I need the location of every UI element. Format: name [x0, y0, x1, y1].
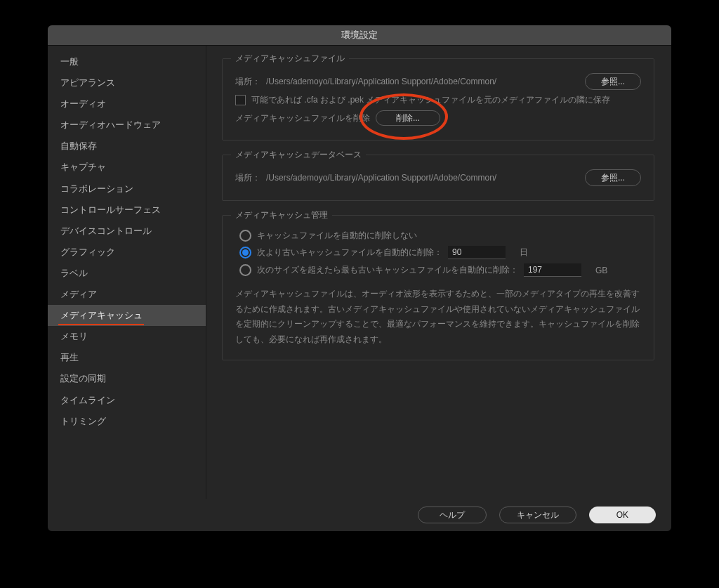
- sidebar-item-11[interactable]: メディア: [48, 284, 206, 305]
- footer: ヘルプ キャンセル OK: [48, 499, 671, 531]
- window-titlebar: 環境設定: [48, 25, 671, 46]
- sidebar-item-6[interactable]: コラボレーション: [48, 178, 206, 200]
- delete-cache-button[interactable]: 削除...: [376, 110, 440, 126]
- radio-delete-by-size-label: 次のサイズを超えたら最も古いキャッシュファイルを自動的に削除：: [257, 264, 518, 276]
- cache-files-location-value: /Users/ademoyo/Library/Application Suppo…: [266, 77, 579, 86]
- size-gb-input[interactable]: [524, 263, 581, 277]
- group-cache-db: メディアキャッシュデータベース 場所： /Users/ademoyo/Libra…: [222, 155, 654, 201]
- window-title: 環境設定: [341, 29, 378, 41]
- group-cache-mgmt: メディアキャッシュ管理 キャッシュファイルを自動的に削除しない 次より古いキャッ…: [222, 215, 654, 360]
- browse-cache-db-button[interactable]: 参照...: [585, 169, 641, 186]
- save-next-to-media-label: 可能であれば .cfa および .pek メディアキャッシュファイルを元のメディ…: [251, 94, 610, 106]
- browse-cache-files-button[interactable]: 参照...: [585, 73, 641, 90]
- sidebar-item-13[interactable]: メモリ: [48, 326, 206, 347]
- sidebar-item-9[interactable]: グラフィック: [48, 242, 206, 263]
- sidebar-item-10[interactable]: ラベル: [48, 263, 206, 284]
- sidebar-item-2[interactable]: オーディオ: [48, 93, 206, 115]
- content-area: 一般アピアランスオーディオオーディオハードウェア自動保存キャプチャコラボレーショ…: [48, 46, 671, 499]
- sidebar-item-4[interactable]: 自動保存: [48, 136, 206, 157]
- radio-delete-none-label: キャッシュファイルを自動的に削除しない: [257, 230, 417, 242]
- group-title-cache-db: メディアキャッシュデータベース: [231, 149, 366, 161]
- radio-delete-none[interactable]: [239, 230, 251, 242]
- cache-db-location-value: /Users/ademoyo/Library/Application Suppo…: [266, 173, 579, 183]
- sidebar-item-1[interactable]: アピアランス: [48, 72, 206, 93]
- sidebar-item-7[interactable]: コントロールサーフェス: [48, 200, 206, 221]
- group-title-cache-mgmt: メディアキャッシュ管理: [231, 209, 332, 221]
- sidebar-item-15[interactable]: 設定の同期: [48, 368, 206, 389]
- sidebar-item-14[interactable]: 再生: [48, 347, 206, 368]
- age-days-input[interactable]: [448, 246, 506, 259]
- main-panel: メディアキャッシュファイル 場所： /Users/ademoyo/Library…: [206, 46, 671, 499]
- sidebar-item-0[interactable]: 一般: [48, 51, 206, 72]
- size-unit-label: GB: [595, 266, 607, 275]
- age-unit-label: 日: [520, 247, 528, 259]
- ok-button[interactable]: OK: [589, 507, 656, 523]
- group-cache-files: メディアキャッシュファイル 場所： /Users/ademoyo/Library…: [222, 58, 654, 141]
- radio-delete-by-age-label: 次より古いキャッシュファイルを自動的に削除：: [257, 247, 442, 259]
- cancel-button[interactable]: キャンセル: [499, 507, 576, 523]
- sidebar-item-8[interactable]: デバイスコントロール: [48, 221, 206, 242]
- sidebar-item-16[interactable]: タイムライン: [48, 390, 206, 411]
- preferences-window: 環境設定 一般アピアランスオーディオオーディオハードウェア自動保存キャプチャコラ…: [48, 25, 671, 531]
- radio-delete-by-age[interactable]: [239, 247, 251, 259]
- delete-cache-label: メディアキャッシュファイルを削除: [235, 112, 370, 124]
- cache-db-location-label: 場所：: [235, 172, 260, 184]
- sidebar-item-17[interactable]: トリミング: [48, 411, 206, 432]
- radio-delete-by-size[interactable]: [239, 264, 251, 276]
- sidebar-item-5[interactable]: キャプチャ: [48, 157, 206, 178]
- sidebar: 一般アピアランスオーディオオーディオハードウェア自動保存キャプチャコラボレーショ…: [48, 46, 206, 499]
- help-button[interactable]: ヘルプ: [418, 507, 487, 523]
- sidebar-item-12[interactable]: メディアキャッシュ: [48, 305, 206, 326]
- sidebar-item-3[interactable]: オーディオハードウェア: [48, 115, 206, 136]
- sidebar-underline: [58, 324, 144, 325]
- group-title-cache-files: メディアキャッシュファイル: [231, 53, 349, 65]
- cache-files-location-label: 場所：: [235, 76, 260, 88]
- save-next-to-media-checkbox[interactable]: [235, 95, 246, 105]
- cache-mgmt-description: メディアキャッシュファイルは、オーディオ波形を表示するためと、一部のメディアタイ…: [235, 287, 641, 347]
